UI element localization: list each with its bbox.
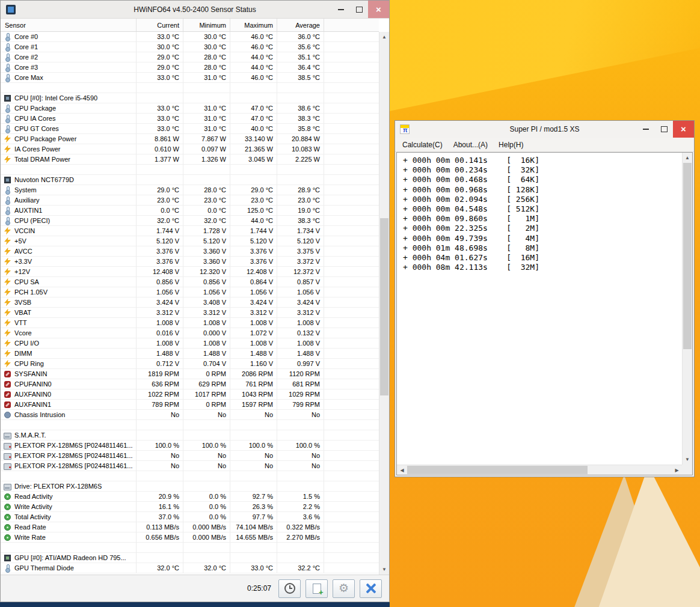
sensor-row[interactable]: VCCIN1.744 V1.728 V1.744 V1.734 V <box>1 226 379 236</box>
sensor-row[interactable]: CPU GT Cores33.0 °C31.0 °C40.0 °C35.8 °C <box>1 124 379 134</box>
sensor-label-cell: DIMM <box>1 349 137 359</box>
sensor-row[interactable]: Core #329.0 °C28.0 °C44.0 °C36.4 °C <box>1 63 379 73</box>
power-icon <box>4 156 11 163</box>
minimize-button[interactable] <box>332 1 350 18</box>
sensor-row[interactable]: Write Rate0.656 MB/s0.000 MB/s14.655 MB/… <box>1 532 379 543</box>
sensor-row[interactable]: CPU Ring0.712 V0.704 V1.160 V0.997 V <box>1 359 379 369</box>
sensor-value: 12.408 V <box>230 267 277 277</box>
menu-calculate[interactable]: Calculate(C) <box>397 138 448 151</box>
sensor-row[interactable]: CPU SA0.856 V0.856 V0.864 V0.857 V <box>1 277 379 287</box>
scroll-right-icon[interactable] <box>672 465 682 475</box>
close-sensors-button[interactable] <box>360 579 382 598</box>
column-header-current[interactable]: Current <box>137 19 183 31</box>
close-button[interactable] <box>368 1 389 18</box>
sensor-row[interactable]: PLEXTOR PX-128M6S [P0244811461...100.0 %… <box>1 441 379 451</box>
sensor-row[interactable]: Total Activity37.0 %0.0 %97.7 %3.6 % <box>1 512 379 522</box>
sensor-row[interactable]: Read Activity20.9 %0.0 %92.7 %1.5 % <box>1 492 379 502</box>
sensor-row[interactable]: CPU I/O1.008 V1.008 V1.008 V1.008 V <box>1 338 379 349</box>
hwinfo-vertical-scrollbar[interactable] <box>379 32 389 575</box>
sensor-name: +3.3V <box>14 258 32 265</box>
sensor-group-row[interactable]: Nuvoton NCT6779D <box>1 175 379 185</box>
sensor-value: No <box>137 410 183 420</box>
filler-cell <box>324 532 379 543</box>
sensor-row[interactable]: System29.0 °C28.0 °C29.0 °C28.9 °C <box>1 185 379 195</box>
sensor-row[interactable]: 3VSB3.424 V3.408 V3.424 V3.424 V <box>1 297 379 308</box>
scroll-down-icon[interactable] <box>379 564 389 575</box>
sensor-name: AUXFANIN1 <box>14 401 51 408</box>
scroll-up-icon[interactable] <box>379 32 389 42</box>
sensor-row[interactable]: CPUFANIN0636 RPM629 RPM761 RPM681 RPM <box>1 379 379 389</box>
sensor-row[interactable]: AVCC3.376 V3.360 V3.376 V3.375 V <box>1 246 379 257</box>
sensor-row[interactable]: GPU Thermal Diode32.0 °C32.0 °C33.0 °C32… <box>1 563 379 573</box>
column-header-sensor[interactable]: Sensor <box>1 19 137 31</box>
sensor-name: Read Rate <box>14 523 46 531</box>
sensor-group-row[interactable]: S.M.A.R.T. <box>1 430 379 441</box>
sensor-name: +5V <box>14 237 26 245</box>
sensor-name: VCCIN <box>14 227 35 234</box>
sensor-row[interactable]: PLEXTOR PX-128M6S [P0244811461...NoNoNoN… <box>1 461 379 471</box>
superpi-titlebar[interactable]: Super PI / mod1.5 XS <box>395 121 694 138</box>
filler-cell <box>324 369 379 379</box>
sensor-group-row[interactable]: GPU [#0]: ATI/AMD Radeon HD 795... <box>1 553 379 563</box>
column-header-maximum[interactable]: Maximum <box>230 19 277 31</box>
sensor-row[interactable]: SYSFANIN1819 RPM0 RPM2086 RPM1120 RPM <box>1 369 379 379</box>
sensor-row[interactable]: Core #033.0 °C30.0 °C46.0 °C36.0 °C <box>1 32 379 42</box>
sensor-row[interactable]: CPU IA Cores33.0 °C31.0 °C47.0 °C38.3 °C <box>1 114 379 124</box>
sensor-row[interactable]: VTT1.008 V1.008 V1.008 V1.008 V <box>1 318 379 328</box>
sensor-row[interactable]: AUXFANIN1789 RPM0 RPM1597 RPM799 RPM <box>1 400 379 410</box>
sensor-row[interactable]: Vcore0.016 V0.000 V1.072 V0.132 V <box>1 328 379 338</box>
scrollbar-thumb[interactable] <box>407 466 588 474</box>
menu-about[interactable]: About...(A) <box>448 138 493 151</box>
scrollbar-thumb[interactable] <box>380 218 388 395</box>
sensor-row[interactable]: PLEXTOR PX-128M6S [P0244811461...NoNoNoN… <box>1 451 379 461</box>
sensor-row[interactable]: Core #229.0 °C28.0 °C44.0 °C35.1 °C <box>1 52 379 63</box>
report-button[interactable] <box>305 579 328 598</box>
sensor-row[interactable]: CPU (PECI)32.0 °C32.0 °C44.0 °C38.3 °C <box>1 216 379 226</box>
scroll-up-icon[interactable] <box>683 153 692 163</box>
scrollbar-thumb[interactable] <box>683 163 692 349</box>
maximize-button[interactable] <box>655 121 673 138</box>
settings-button[interactable] <box>333 579 355 598</box>
sensor-row[interactable]: Core Max33.0 °C31.0 °C46.0 °C38.5 °C <box>1 73 379 83</box>
sensor-group-row[interactable]: CPU [#0]: Intel Core i5-4590 <box>1 93 379 103</box>
result-line: + 000h 00m 22.325s [ 2M] <box>403 224 682 233</box>
sensor-row[interactable]: +5V5.120 V5.120 V5.120 V5.120 V <box>1 236 379 246</box>
superpi-output[interactable]: + 000h 00m 00.141s [ 16K]+ 000h 00m 00.2… <box>397 153 682 465</box>
sensor-row[interactable]: +12V12.408 V12.320 V12.408 V12.372 V <box>1 267 379 277</box>
sensor-value: 5.120 V <box>277 236 324 246</box>
sensor-row[interactable]: VBAT3.312 V3.312 V3.312 V3.312 V <box>1 308 379 318</box>
filler-cell <box>324 83 379 93</box>
sensor-row[interactable]: CPU Package33.0 °C31.0 °C47.0 °C38.6 °C <box>1 103 379 114</box>
sensor-row[interactable]: DIMM1.488 V1.488 V1.488 V1.488 V <box>1 349 379 359</box>
sensor-row[interactable]: AUXTIN10.0 °C0.0 °C125.0 °C19.0 °C <box>1 206 379 216</box>
column-header-average[interactable]: Average <box>277 19 324 31</box>
sensor-row[interactable]: Core #130.0 °C30.0 °C46.0 °C35.6 °C <box>1 42 379 52</box>
sensor-row[interactable]: Total DRAM Power1.377 W1.326 W3.045 W2.2… <box>1 154 379 165</box>
filler-cell <box>324 206 379 216</box>
maximize-button[interactable] <box>350 1 368 18</box>
superpi-horizontal-scrollbar[interactable] <box>397 465 682 475</box>
column-header-minimum[interactable]: Minimum <box>183 19 230 31</box>
hwinfo-titlebar[interactable]: HWiNFO64 v4.50-2400 Sensor Status <box>1 1 389 19</box>
scroll-down-icon[interactable] <box>683 454 692 465</box>
sensor-name: GPU [#0]: ATI/AMD Radeon HD 795... <box>14 554 126 561</box>
sensor-value: 28.0 °C <box>183 63 230 73</box>
sensor-row[interactable]: PCH 1.05V1.056 V1.056 V1.056 V1.056 V <box>1 287 379 297</box>
sensor-row[interactable]: Chassis IntrusionNoNoNoNo <box>1 410 379 420</box>
sensor-row[interactable]: IA Cores Power0.610 W0.097 W21.365 W10.0… <box>1 144 379 154</box>
menu-help[interactable]: Help(H) <box>493 138 529 151</box>
sensor-row[interactable]: Write Activity16.1 %0.0 %26.3 %2.2 % <box>1 502 379 512</box>
superpi-vertical-scrollbar[interactable] <box>682 153 692 465</box>
sensor-row[interactable]: Auxiliary23.0 °C23.0 °C23.0 °C23.0 °C <box>1 195 379 206</box>
sensor-row[interactable]: AUXFANIN01022 RPM1017 RPM1043 RPM1029 RP… <box>1 389 379 400</box>
sensor-row[interactable]: Read Rate0.113 MB/s0.000 MB/s74.104 MB/s… <box>1 522 379 532</box>
sensor-row[interactable]: +3.3V3.376 V3.360 V3.376 V3.372 V <box>1 257 379 267</box>
logging-clock-button[interactable] <box>278 579 301 598</box>
sensor-label-cell: Core Max <box>1 73 137 83</box>
taskbar-fragment[interactable] <box>0 602 390 607</box>
sensor-row[interactable]: CPU Package Power8.861 W7.867 W33.140 W2… <box>1 134 379 144</box>
close-button[interactable] <box>673 121 694 138</box>
minimize-button[interactable] <box>637 121 655 138</box>
scroll-left-icon[interactable] <box>397 465 407 475</box>
sensor-group-row[interactable]: Drive: PLEXTOR PX-128M6S <box>1 481 379 492</box>
